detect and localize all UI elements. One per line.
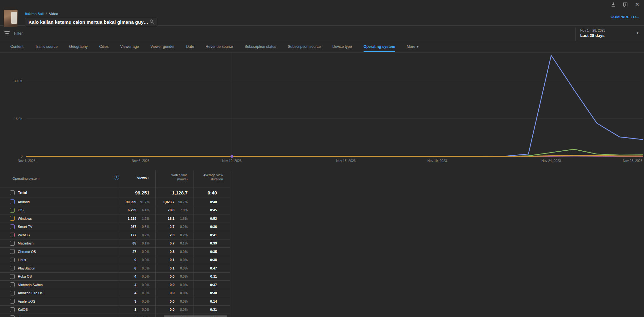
- table-row-playstation[interactable]: PlayStation80.0%0.10.0%0:47: [0, 264, 230, 273]
- table-row-chrome-os[interactable]: Chrome OS270.0%0.30.0%0:35: [0, 248, 230, 256]
- row-checkbox[interactable]: [10, 315, 15, 317]
- tab-geography[interactable]: Geography: [69, 41, 88, 52]
- views-percent: 0.0%: [136, 308, 149, 311]
- x-axis-label: Nov 6, 2023: [132, 159, 150, 163]
- tab-label: Cities: [99, 44, 108, 49]
- video-thumbnail[interactable]: [4, 10, 18, 27]
- table-row-kaios[interactable]: KaiOS10.0%0.00.0%0:31: [0, 306, 230, 314]
- tab-viewer-age[interactable]: Viewer age: [120, 41, 139, 52]
- filter-button[interactable]: Filter: [4, 26, 23, 41]
- table-column-divider: [155, 170, 156, 317]
- tab-device-type[interactable]: Device type: [332, 41, 352, 52]
- total-row-checkbox[interactable]: [10, 190, 15, 195]
- row-checkbox[interactable]: [10, 258, 15, 262]
- watch-time-percent: 0.2%: [174, 233, 188, 237]
- table-row-windows[interactable]: Windows1,2191.2%18.11.6%0:53: [0, 214, 230, 223]
- table-row-linux[interactable]: Linux90.0%0.10.0%0:38: [0, 256, 230, 264]
- series-line-windows: [27, 155, 642, 156]
- tab-subscription-status[interactable]: Subscription status: [244, 41, 276, 52]
- table-row-amazon-fire-os[interactable]: Amazon Fire OS40.0%0.00.0%0:30: [0, 289, 230, 298]
- table-row-roku-os[interactable]: Roku OS40.0%0.00.0%0:11: [0, 273, 230, 281]
- table-row-ios[interactable]: iOS6,2996.4%78.87.0%0:45: [0, 206, 230, 215]
- os-name: PlayStation: [18, 266, 35, 270]
- os-name: Windows: [18, 217, 32, 220]
- sort-desc-icon: ↓: [148, 176, 150, 180]
- video-title-search-field[interactable]: Kalo kalian ketemu calon mertua bakal gi…: [25, 18, 157, 26]
- search-icon[interactable]: [149, 19, 154, 25]
- row-checkbox[interactable]: [10, 274, 15, 279]
- operating-system-table: Operating system + Views↓ Watch time(hou…: [0, 170, 230, 317]
- os-name: Macintosh: [18, 241, 33, 245]
- tab-content[interactable]: Content: [10, 41, 23, 52]
- row-checkbox[interactable]: [10, 241, 15, 246]
- download-icon[interactable]: [609, 1, 618, 8]
- feedback-icon[interactable]: [621, 1, 630, 8]
- compare-to-button[interactable]: COMPARE TO...: [611, 15, 639, 19]
- tab-label: More: [407, 44, 415, 49]
- close-icon[interactable]: ✕: [633, 1, 641, 8]
- table-row-android[interactable]: Android90,99991.7%1,023.790.7%0:40: [0, 198, 230, 206]
- watch-time-value: 0.0: [170, 299, 174, 303]
- views-line-chart: 30.0K15.0K0Nov 1, 2023Nov 6, 2023Nov 10,…: [0, 53, 644, 163]
- row-checkbox[interactable]: [10, 299, 15, 304]
- row-checkbox[interactable]: [10, 282, 15, 287]
- total-watch-time: 1,128.7: [172, 190, 188, 195]
- y-axis-label: 30.0K: [4, 79, 23, 83]
- total-views: 99,251: [135, 190, 149, 195]
- views-percent: 1.2%: [136, 217, 149, 220]
- tab-label: Subscription status: [244, 44, 276, 49]
- table-row-webos[interactable]: WebOS1770.2%2.00.2%0:41: [0, 231, 230, 239]
- table-row-smart-tv[interactable]: Smart TV2670.3%2.70.2%0:36: [0, 223, 230, 231]
- tab-subscription-source[interactable]: Subscription source: [288, 41, 321, 52]
- tab-more[interactable]: More▾: [407, 41, 418, 52]
- video-title: Kalo kalian ketemu calon mertua bakal gi…: [28, 19, 149, 25]
- x-axis-label: Nov 19, 2023: [427, 159, 447, 163]
- horizontal-scrollbar[interactable]: [164, 315, 227, 317]
- tab-label: Traffic source: [35, 44, 58, 49]
- tab-viewer-gender[interactable]: Viewer gender: [150, 41, 174, 52]
- watch-time-value: 1,023.7: [163, 200, 174, 204]
- chevron-down-icon: ▾: [417, 45, 418, 48]
- row-checkbox[interactable]: [10, 249, 15, 254]
- watch-time-percent: 1.6%: [174, 217, 188, 220]
- watch-time-value: 0.0: [170, 308, 174, 311]
- row-checkbox[interactable]: [10, 307, 15, 312]
- views-percent: 0.0%: [136, 266, 149, 270]
- avg-duration-value: 0:38: [193, 258, 230, 262]
- row-checkbox[interactable]: [10, 216, 15, 221]
- watch-time-value: 0.0: [170, 291, 174, 295]
- table-row-macintosh[interactable]: Macintosh650.1%0.70.1%0:39: [0, 239, 230, 248]
- table-row-total[interactable]: Total 99,251 1,128.7 0:40: [0, 188, 230, 198]
- os-name: Nintendo Switch: [18, 283, 43, 287]
- views-percent: 0.0%: [136, 283, 149, 287]
- x-axis-label: Nov 28, 2023: [623, 159, 642, 163]
- table-row-apple-tvos[interactable]: Apple tvOS30.0%0.00.0%0:14: [0, 297, 230, 306]
- watch-time-percent: 0.0%: [174, 258, 188, 262]
- column-header-watch-time[interactable]: Watch time(hours): [155, 173, 193, 181]
- date-range-selector[interactable]: Nov 1 – 28, 2023 Last 28 days ▾: [576, 26, 644, 41]
- row-checkbox[interactable]: [10, 233, 15, 237]
- x-axis-label: Nov 10, 2023: [222, 159, 241, 163]
- column-header-avg-duration[interactable]: Average viewduration: [193, 173, 230, 181]
- row-checkbox[interactable]: [10, 266, 15, 270]
- breadcrumb-separator: /: [46, 12, 47, 16]
- watch-time-value: 0.1: [170, 266, 174, 270]
- tab-date[interactable]: Date: [186, 41, 194, 52]
- tab-label: Viewer age: [120, 44, 139, 49]
- tab-traffic-source[interactable]: Traffic source: [35, 41, 58, 52]
- row-checkbox[interactable]: [10, 224, 15, 229]
- tab-label: Geography: [69, 44, 88, 49]
- table-row-nintendo-switch[interactable]: Nintendo Switch40.0%0.00.0%0:37: [0, 281, 230, 289]
- column-header-views[interactable]: Views↓: [118, 176, 155, 180]
- watch-time-value: 0.0: [170, 283, 174, 287]
- os-name: Linux: [18, 258, 26, 262]
- row-checkbox[interactable]: [10, 208, 15, 213]
- breadcrumb-channel-link[interactable]: Itakimo Bali: [25, 12, 43, 16]
- total-avg-duration: 0:40: [193, 190, 230, 195]
- tab-label: Device type: [332, 44, 352, 49]
- tab-operating-system[interactable]: Operating system: [364, 41, 395, 52]
- row-checkbox[interactable]: [10, 199, 15, 204]
- row-checkbox[interactable]: [10, 291, 15, 295]
- tab-revenue-source[interactable]: Revenue source: [206, 41, 233, 52]
- tab-cities[interactable]: Cities: [99, 41, 108, 52]
